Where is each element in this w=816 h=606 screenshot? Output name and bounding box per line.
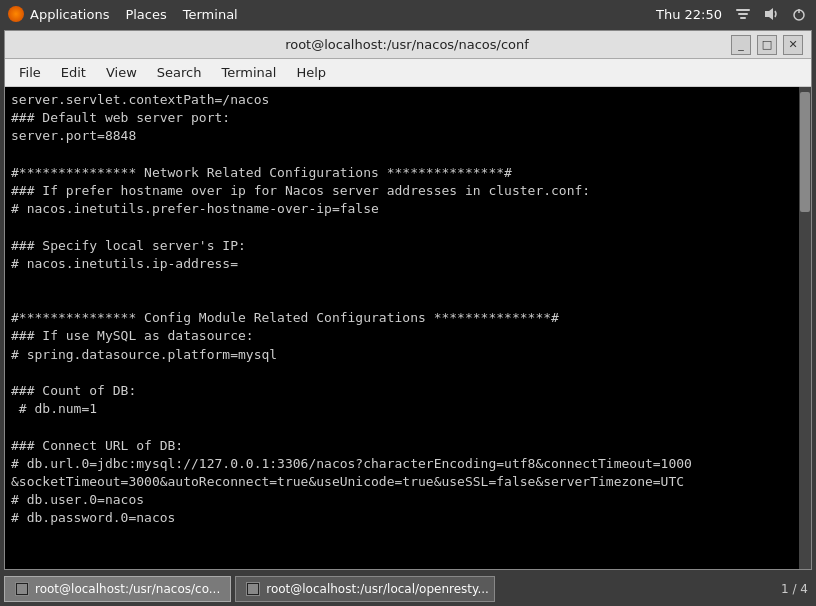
menu-terminal[interactable]: Terminal xyxy=(211,61,286,84)
system-bar: Applications Places Terminal Thu 22:50 xyxy=(0,0,816,28)
taskbar: root@localhost:/usr/nacos/co... root@loc… xyxy=(0,572,816,606)
close-button[interactable]: ✕ xyxy=(783,35,803,55)
terminal-window: root@localhost:/usr/nacos/nacos/conf _ □… xyxy=(4,30,812,570)
svg-rect-6 xyxy=(17,584,27,594)
taskbar-icon-1 xyxy=(15,582,29,596)
applications-label: Applications xyxy=(30,7,109,22)
scrollbar-thumb[interactable] xyxy=(800,92,810,212)
scrollbar[interactable] xyxy=(799,87,811,569)
svg-rect-7 xyxy=(248,584,258,594)
clock-display: Thu 22:50 xyxy=(656,7,722,22)
app-logo-icon xyxy=(8,6,24,22)
taskbar-label-1: root@localhost:/usr/nacos/co... xyxy=(35,582,220,596)
terminal-text-area[interactable]: server.servlet.contextPath=/nacos ### De… xyxy=(5,87,799,569)
menu-view[interactable]: View xyxy=(96,61,147,84)
places-menu[interactable]: Places xyxy=(125,7,166,22)
menu-file[interactable]: File xyxy=(9,61,51,84)
window-title: root@localhost:/usr/nacos/nacos/conf xyxy=(83,37,731,52)
minimize-button[interactable]: _ xyxy=(731,35,751,55)
taskbar-icon-2 xyxy=(246,582,260,596)
menu-bar: File Edit View Search Terminal Help xyxy=(5,59,811,87)
maximize-button[interactable]: □ xyxy=(757,35,777,55)
terminal-menu[interactable]: Terminal xyxy=(183,7,238,22)
network-icon xyxy=(734,5,752,23)
svg-rect-2 xyxy=(740,17,746,19)
system-bar-right: Thu 22:50 xyxy=(656,5,808,23)
svg-rect-0 xyxy=(736,9,750,11)
applications-menu[interactable]: Applications xyxy=(8,6,109,22)
system-icons xyxy=(734,5,808,23)
taskbar-label-2: root@localhost:/usr/local/openresty... xyxy=(266,582,489,596)
menu-help[interactable]: Help xyxy=(286,61,336,84)
system-bar-left: Applications Places Terminal xyxy=(8,6,238,22)
menu-search[interactable]: Search xyxy=(147,61,212,84)
window-controls: _ □ ✕ xyxy=(731,35,803,55)
power-icon[interactable] xyxy=(790,5,808,23)
svg-marker-3 xyxy=(765,8,773,20)
taskbar-item-2[interactable]: root@localhost:/usr/local/openresty... xyxy=(235,576,495,602)
svg-rect-1 xyxy=(738,13,748,15)
menu-edit[interactable]: Edit xyxy=(51,61,96,84)
title-bar: root@localhost:/usr/nacos/nacos/conf _ □… xyxy=(5,31,811,59)
volume-icon xyxy=(762,5,780,23)
taskbar-item-1[interactable]: root@localhost:/usr/nacos/co... xyxy=(4,576,231,602)
taskbar-pager: 1 / 4 xyxy=(781,582,808,596)
terminal-body: server.servlet.contextPath=/nacos ### De… xyxy=(5,87,811,569)
